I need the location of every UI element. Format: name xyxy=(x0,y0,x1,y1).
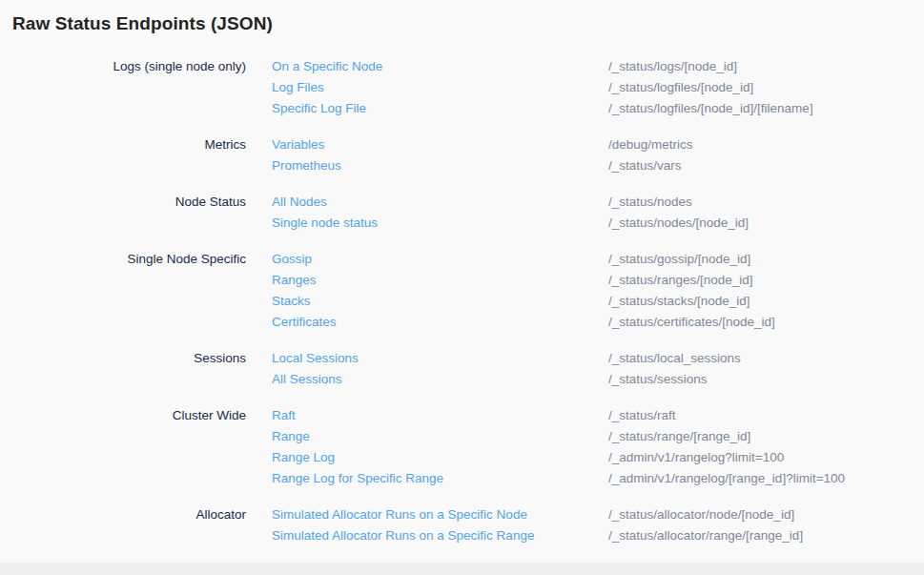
group-category-label: Logs (single node only) xyxy=(12,56,246,77)
endpoint-url: /_status/allocator/node/[node_id] xyxy=(608,504,924,525)
group-links-column: RaftRangeRange LogRange Log for Specific… xyxy=(272,405,608,489)
endpoint-link[interactable]: Range Log xyxy=(272,447,335,468)
group-category-label: Allocator xyxy=(12,504,246,525)
endpoint-link[interactable]: Prometheus xyxy=(272,155,341,176)
endpoint-group: Logs (single node only)On a Specific Nod… xyxy=(12,56,924,119)
endpoint-url: /_admin/v1/rangelog/[range_id]?limit=100 xyxy=(608,468,924,489)
endpoint-url: /_status/ranges/[node_id] xyxy=(608,270,924,291)
endpoint-link[interactable]: Stacks xyxy=(272,291,311,312)
endpoint-link[interactable]: Specific Log File xyxy=(272,98,366,119)
endpoint-url: /_status/nodes/[node_id] xyxy=(608,213,924,234)
endpoint-url: /_status/raft xyxy=(608,405,924,426)
endpoint-url: /_admin/v1/rangelog?limit=100 xyxy=(608,447,924,468)
endpoint-group: Node StatusAll NodesSingle node status/_… xyxy=(12,192,924,234)
endpoint-link[interactable]: Simulated Allocator Runs on a Specific R… xyxy=(272,525,534,546)
endpoint-url: /_status/certificates/[node_id] xyxy=(608,312,924,333)
group-links-column: On a Specific NodeLog FilesSpecific Log … xyxy=(272,56,608,119)
endpoint-url: /_status/logs/[node_id] xyxy=(608,56,924,77)
endpoint-url: /_status/vars xyxy=(608,155,924,176)
group-links-column: All NodesSingle node status xyxy=(272,192,608,234)
group-urls-column: /_status/gossip/[node_id]/_status/ranges… xyxy=(608,249,924,333)
endpoint-group: AllocatorSimulated Allocator Runs on a S… xyxy=(12,504,924,546)
endpoint-url: /_status/range/[range_id] xyxy=(608,426,924,447)
group-links-column: Simulated Allocator Runs on a Specific N… xyxy=(272,504,608,546)
footer-band xyxy=(0,563,924,575)
endpoint-url: /_status/sessions xyxy=(608,369,924,390)
endpoint-link[interactable]: Local Sessions xyxy=(272,348,359,369)
page-title: Raw Status Endpoints (JSON) xyxy=(0,0,924,34)
endpoint-url: /_status/logfiles/[node_id] xyxy=(608,77,924,98)
endpoint-link[interactable]: Simulated Allocator Runs on a Specific N… xyxy=(272,504,527,525)
endpoint-url: /_status/nodes xyxy=(608,192,924,213)
endpoint-url: /_status/allocator/range/[range_id] xyxy=(608,525,924,546)
endpoint-groups: Logs (single node only)On a Specific Nod… xyxy=(0,56,924,546)
endpoint-group: SessionsLocal SessionsAll Sessions/_stat… xyxy=(12,348,924,390)
debug-endpoints-page: Raw Status Endpoints (JSON) Logs (single… xyxy=(0,0,924,575)
endpoint-link[interactable]: Variables xyxy=(272,134,324,155)
group-links-column: GossipRangesStacksCertificates xyxy=(272,249,608,333)
endpoint-link[interactable]: Log Files xyxy=(272,77,324,98)
endpoint-link[interactable]: All Nodes xyxy=(272,192,327,213)
endpoint-url: /_status/local_sessions xyxy=(608,348,924,369)
endpoint-link[interactable]: Ranges xyxy=(272,270,317,291)
group-category-label: Sessions xyxy=(12,348,246,369)
group-links-column: VariablesPrometheus xyxy=(272,134,608,176)
endpoint-link[interactable]: On a Specific Node xyxy=(272,56,382,77)
group-category-label: Node Status xyxy=(12,192,246,213)
endpoint-link[interactable]: Raft xyxy=(272,405,296,426)
endpoint-link[interactable]: Range Log for Specific Range xyxy=(272,468,443,489)
endpoint-url: /_status/logfiles/[node_id]/[filename] xyxy=(608,98,924,119)
group-links-column: Local SessionsAll Sessions xyxy=(272,348,608,390)
endpoint-url: /_status/stacks/[node_id] xyxy=(608,291,924,312)
group-category-label: Metrics xyxy=(12,134,246,155)
group-urls-column: /_status/local_sessions/_status/sessions xyxy=(608,348,924,390)
endpoint-link[interactable]: Certificates xyxy=(272,312,337,333)
group-urls-column: /_status/logs/[node_id]/_status/logfiles… xyxy=(608,56,924,119)
group-category-label: Single Node Specific xyxy=(12,249,246,270)
group-urls-column: /_status/allocator/node/[node_id]/_statu… xyxy=(608,504,924,546)
endpoint-link[interactable]: Range xyxy=(272,426,310,447)
group-urls-column: /_status/raft/_status/range/[range_id]/_… xyxy=(608,405,924,489)
endpoint-url: /_status/gossip/[node_id] xyxy=(608,249,924,270)
group-urls-column: /_status/nodes/_status/nodes/[node_id] xyxy=(608,192,924,234)
endpoint-group: Cluster WideRaftRangeRange LogRange Log … xyxy=(12,405,924,489)
endpoint-url: /debug/metrics xyxy=(608,134,924,155)
endpoint-link[interactable]: Single node status xyxy=(272,213,378,234)
group-category-label: Cluster Wide xyxy=(12,405,246,426)
endpoint-group: Single Node SpecificGossipRangesStacksCe… xyxy=(12,249,924,333)
endpoint-link[interactable]: All Sessions xyxy=(272,369,342,390)
group-urls-column: /debug/metrics/_status/vars xyxy=(608,134,924,176)
endpoint-group: MetricsVariablesPrometheus/debug/metrics… xyxy=(12,134,924,176)
endpoint-link[interactable]: Gossip xyxy=(272,249,312,270)
